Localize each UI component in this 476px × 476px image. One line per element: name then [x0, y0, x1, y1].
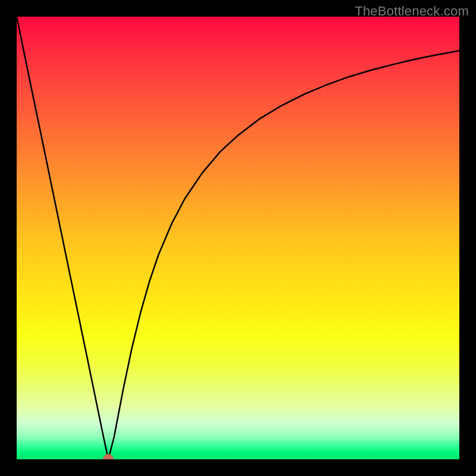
curve-svg — [17, 17, 459, 459]
optimum-point-marker — [103, 454, 114, 459]
plot-area — [17, 17, 459, 459]
chart-container: TheBottleneck.com — [0, 0, 476, 476]
bottleneck-curve — [17, 17, 459, 459]
